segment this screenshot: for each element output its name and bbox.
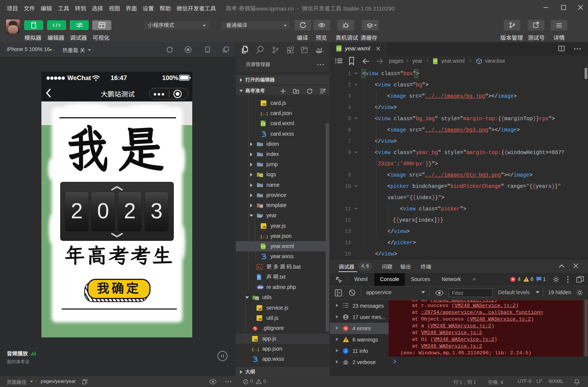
svg-text:JS: JS	[262, 103, 266, 106]
svg-text:php: php	[258, 286, 263, 289]
svg-text:JS: JS	[254, 338, 257, 342]
svg-text:JS: JS	[258, 317, 261, 321]
svg-text:{..}: {..}	[260, 112, 267, 116]
svg-text:{..}: {..}	[252, 348, 259, 352]
svg-text:JS: JS	[258, 307, 261, 311]
svg-text:JS: JS	[262, 225, 266, 229]
svg-text:{..}: {..}	[260, 235, 267, 239]
